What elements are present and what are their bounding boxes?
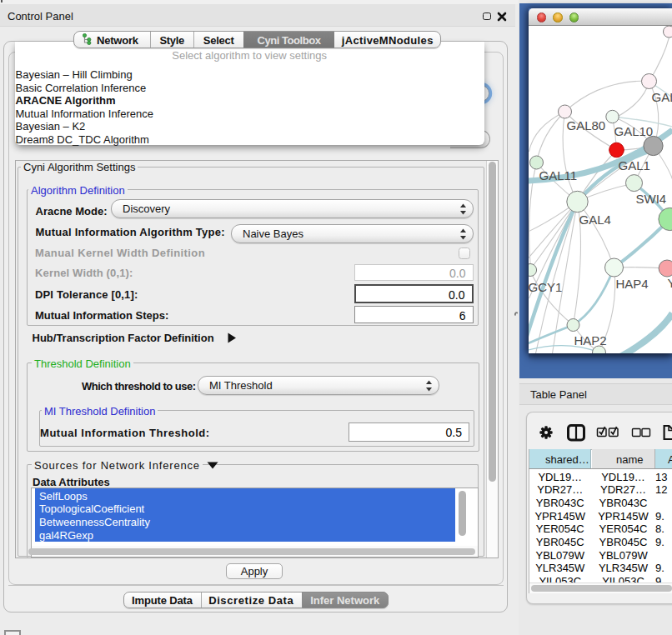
svg-text:GAL11: GAL11	[539, 168, 577, 182]
svg-text:Y: Y	[667, 276, 672, 290]
svg-text:SWI4: SWI4	[635, 192, 666, 206]
svg-text:GAL4: GAL4	[579, 212, 610, 227]
svg-text:HAP4: HAP4	[615, 277, 648, 291]
svg-text:GAL7: GAL7	[651, 90, 672, 104]
svg-text:GAL80: GAL80	[566, 118, 605, 132]
svg-text:GAL1: GAL1	[618, 158, 649, 172]
svg-text:GAL10: GAL10	[614, 124, 653, 138]
svg-text:GCY1: GCY1	[529, 280, 562, 294]
svg-text:HAP2: HAP2	[574, 333, 606, 348]
